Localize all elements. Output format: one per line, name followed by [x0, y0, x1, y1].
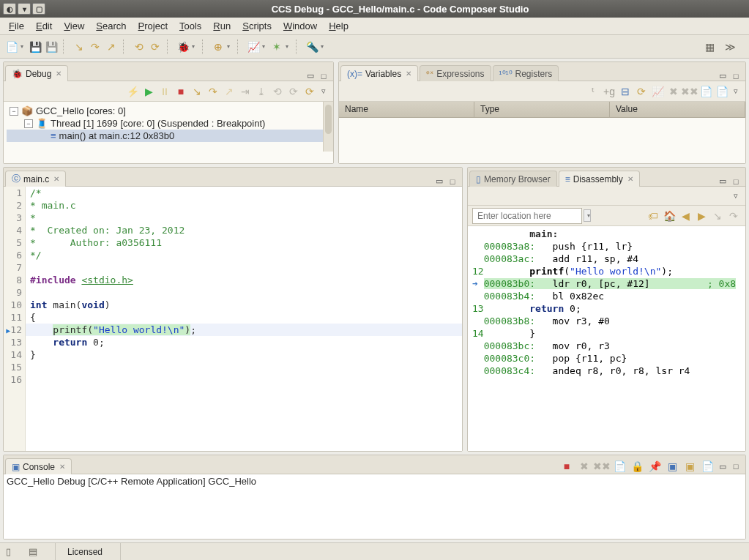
terminate-icon[interactable]: ■: [174, 84, 188, 99]
minimize-view-icon[interactable]: ▭: [434, 176, 444, 186]
link-back-icon[interactable]: ◀: [678, 209, 693, 223]
collapse-icon[interactable]: −: [10, 107, 18, 116]
source-editor[interactable]: 1234567891011▶1213141516/** main.c** Cre…: [4, 187, 462, 451]
location-input[interactable]: [472, 208, 582, 224]
show-type-icon[interactable]: ᵗ: [586, 84, 600, 99]
column-header[interactable]: Type: [474, 102, 610, 117]
menu-item[interactable]: Help: [324, 19, 353, 33]
tab-debug[interactable]: 🐞 Debug ✕: [5, 65, 68, 81]
maximize-view-icon[interactable]: □: [731, 177, 741, 186]
dropdown-icon[interactable]: ▾: [262, 43, 268, 50]
home-icon[interactable]: 🏠: [662, 209, 677, 223]
graph-icon[interactable]: 📈: [650, 84, 665, 99]
remove-icon[interactable]: ✖: [577, 459, 592, 474]
new-console-icon[interactable]: 📄: [700, 459, 715, 474]
menu-item[interactable]: View: [59, 19, 89, 33]
save-icon[interactable]: 💾: [28, 40, 42, 54]
clear-icon[interactable]: 📄: [612, 459, 627, 474]
disassembly-view[interactable]: main: 000083a8: push {r11, lr} 000083ac:…: [468, 226, 745, 451]
dropdown-icon[interactable]: ▾: [584, 209, 591, 222]
refresh-icon[interactable]: ⟳: [634, 84, 649, 99]
debug-tree[interactable]: − 📦 GCC_Hello [cores: 0] − 🧵 Thread [1] …: [4, 102, 333, 163]
maximize-view-icon[interactable]: □: [318, 72, 329, 81]
menu-item[interactable]: Search: [92, 19, 130, 33]
refresh-icon[interactable]: ⟳: [148, 40, 163, 54]
new-target-icon[interactable]: ✶: [269, 40, 284, 54]
minimize-view-icon[interactable]: ▭: [718, 71, 728, 81]
step-into-icon[interactable]: ↘: [190, 84, 204, 99]
remove-all-icon[interactable]: ✖✖: [595, 459, 609, 474]
restart-icon[interactable]: ⟲: [132, 40, 146, 54]
suspend-icon[interactable]: ⏸: [157, 84, 172, 99]
maximize-view-icon[interactable]: □: [447, 177, 458, 186]
link-fwd-icon[interactable]: ▶: [694, 209, 709, 223]
column-header[interactable]: Name: [339, 102, 474, 117]
connect-icon[interactable]: ⚡: [125, 84, 140, 99]
scrollbar[interactable]: [323, 102, 333, 152]
menu-item[interactable]: Window: [279, 19, 321, 33]
close-icon[interactable]: ✕: [53, 175, 59, 183]
dropdown-icon[interactable]: ▾: [321, 43, 327, 50]
reset-icon[interactable]: ⟳: [286, 84, 301, 99]
dropdown-icon[interactable]: ▾: [21, 43, 26, 50]
console-output[interactable]: GCC_Hello Debug [C/C++ Remote Applicatio…: [4, 474, 745, 539]
column-header[interactable]: Value: [610, 102, 745, 117]
remove-all-icon[interactable]: ✖✖: [682, 84, 697, 99]
target-icon[interactable]: ⊕: [211, 40, 226, 54]
run-to-line-icon[interactable]: ⤓: [254, 84, 269, 99]
step-icon[interactable]: ↘: [710, 209, 725, 223]
menu-item[interactable]: Project: [134, 19, 172, 33]
display-icon[interactable]: ▣: [665, 459, 679, 474]
menu-item[interactable]: Tools: [175, 19, 206, 33]
go-to-icon[interactable]: 🏷: [646, 209, 660, 223]
restart-icon[interactable]: ⟲: [270, 84, 285, 99]
step-return-icon[interactable]: ↗: [222, 84, 236, 99]
dropdown-icon[interactable]: ▾: [192, 43, 198, 50]
view-menu-icon[interactable]: ▿: [731, 86, 741, 96]
minimize-view-icon[interactable]: ▭: [718, 462, 728, 471]
more-icon[interactable]: ≫: [723, 40, 737, 54]
maximize-view-icon[interactable]: □: [731, 462, 741, 471]
window-menu-button[interactable]: ◐: [3, 3, 16, 15]
resume-icon[interactable]: ▶: [141, 84, 156, 99]
close-icon[interactable]: ✕: [627, 175, 633, 183]
close-icon[interactable]: ✕: [406, 70, 411, 78]
open-console-icon[interactable]: ▣: [682, 459, 697, 474]
menu-item[interactable]: Scripts: [238, 19, 276, 33]
maximize-view-icon[interactable]: □: [731, 72, 741, 81]
step-over-icon[interactable]: ↷: [206, 84, 220, 99]
asm-step-icon[interactable]: ⇥: [238, 84, 253, 99]
view-menu-icon[interactable]: ▿: [731, 191, 741, 201]
new-view-icon[interactable]: 📄: [698, 84, 713, 99]
add-global-icon[interactable]: +g: [602, 84, 616, 99]
minimize-view-icon[interactable]: ▭: [305, 71, 316, 81]
tab-variables[interactable]: (x)= Variables ✕: [340, 65, 418, 81]
save-all-icon[interactable]: 💾: [44, 40, 59, 54]
step-over-icon[interactable]: ↷: [88, 40, 103, 54]
pin-icon[interactable]: 📄: [715, 84, 729, 99]
remove-icon[interactable]: ✖: [666, 84, 681, 99]
minimize-view-icon[interactable]: ▭: [718, 176, 728, 186]
step-return-icon[interactable]: ↗: [104, 40, 119, 54]
close-icon[interactable]: ✕: [59, 463, 65, 471]
bug-icon[interactable]: 🐞: [176, 40, 190, 54]
chart-icon[interactable]: 📈: [246, 40, 261, 54]
view-menu-icon[interactable]: ▿: [318, 86, 329, 96]
dropdown-icon[interactable]: ▾: [227, 43, 233, 50]
menu-item[interactable]: File: [4, 19, 29, 33]
step-icon[interactable]: ↷: [726, 209, 741, 223]
new-icon[interactable]: 📄: [4, 40, 19, 54]
tab-registers[interactable]: ¹⁰¹⁰ Registers: [493, 65, 559, 81]
scroll-lock-icon[interactable]: 🔒: [630, 459, 644, 474]
collapse-icon[interactable]: −: [24, 119, 33, 128]
refresh-icon[interactable]: ⟳: [302, 84, 317, 99]
tab-memory[interactable]: ▯ Memory Browser: [469, 171, 557, 187]
perspective-icon[interactable]: ▦: [702, 40, 717, 54]
search-icon[interactable]: 🔦: [305, 40, 319, 54]
tab-disassembly[interactable]: ≡ Disassembly ✕: [559, 171, 640, 187]
window-maximize-button[interactable]: ▢: [32, 3, 45, 15]
menu-item[interactable]: Edit: [31, 19, 56, 33]
collapse-all-icon[interactable]: ⊟: [618, 84, 633, 99]
window-minimize-button[interactable]: ▾: [18, 3, 31, 15]
pin-icon[interactable]: 📌: [647, 459, 662, 474]
